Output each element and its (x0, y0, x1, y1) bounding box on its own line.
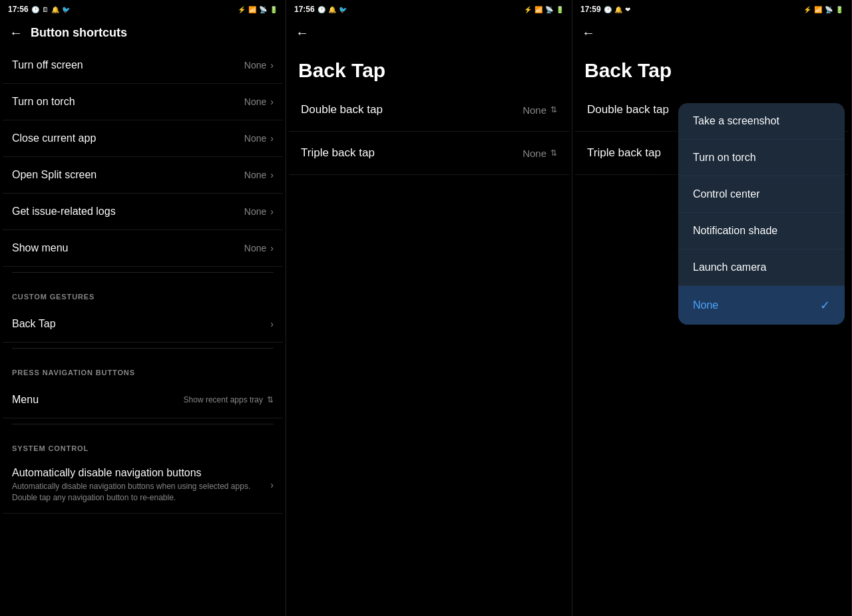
bell-icon-2: 🔔 (328, 6, 336, 13)
setting-label-menu: Menu (12, 394, 39, 406)
setting-label-close-current-app: Close current app (12, 132, 96, 144)
clock-icon-1: 🕐 (31, 6, 39, 13)
setting-get-issue-logs[interactable]: Get issue-related logs None › (3, 194, 283, 230)
setting-label-get-issue-logs: Get issue-related logs (12, 206, 116, 218)
chevron-turn-on-torch: › (270, 96, 274, 107)
settings-list-2: Double back tap None ⇅ Triple back tap N… (286, 88, 572, 616)
section-system-control: SYSTEM CONTROL (3, 430, 283, 458)
value-close-current-app: None (244, 133, 266, 144)
status-bar-1: 17:56 🕐 🗓 🔔 🐦 ⚡ 📶 📡 🔋 (0, 0, 286, 19)
label-double-back-tap: Double back tap (301, 103, 383, 116)
setting-value-close-current-app: None › (244, 133, 274, 144)
page-title-2: Back Tap (286, 47, 572, 88)
dropdown-label-none: None (693, 299, 718, 311)
setting-menu[interactable]: Menu Show recent apps tray ⇅ (3, 382, 283, 418)
setting-label-open-split-screen: Open Split screen (12, 169, 97, 181)
setting-label-turn-on-torch: Turn on torch (12, 96, 75, 108)
status-right-1: ⚡ 📶 📡 🔋 (238, 6, 278, 13)
dropdown-take-screenshot[interactable]: Take a screenshot (678, 103, 845, 140)
label-triple-back-tap-3: Triple back tap (587, 146, 661, 160)
section-custom-gestures: CUSTOM GESTURES (3, 278, 283, 306)
dropdown-launch-camera[interactable]: Launch camera (678, 249, 845, 286)
dropdown-notification-shade[interactable]: Notification shade (678, 213, 845, 249)
status-left-1: 17:56 🕐 🗓 🔔 🐦 (8, 5, 70, 14)
page-title-1: Button shortcuts (31, 26, 127, 40)
setting-auto-disable[interactable]: Automatically disable navigation buttons… (3, 458, 283, 514)
dropdown-label-torch: Turn on torch (693, 152, 756, 164)
setting-back-tap[interactable]: Back Tap › (3, 306, 283, 343)
check-icon-none: ✓ (820, 298, 830, 313)
dropdown-menu: Take a screenshot Turn on torch Control … (678, 103, 845, 325)
value-double-back-tap: None ⇅ (523, 104, 557, 116)
value-triple-back-tap: None ⇅ (523, 148, 557, 159)
wifi-icon-1: 📡 (259, 6, 267, 13)
value-text-triple: None (523, 148, 546, 159)
time-1: 17:56 (8, 5, 29, 14)
setting-value-turn-on-torch: None › (244, 96, 274, 107)
setting-close-current-app[interactable]: Close current app None › (3, 120, 283, 157)
dropdown-turn-on-torch[interactable]: Turn on torch (678, 140, 845, 176)
time-3: 17:59 (580, 5, 601, 14)
back-button-3[interactable]: ← (582, 25, 595, 41)
divider-1 (12, 272, 274, 273)
section-nav-buttons: PRESS NAVIGATION BUTTONS (3, 354, 283, 382)
status-left-3: 17:59 🕐 🔔 ❤ (580, 5, 630, 14)
dropdown-control-center[interactable]: Control center (678, 176, 845, 213)
battery-icon-3: 🔋 (835, 6, 843, 13)
panel-back-tap-middle: 17:56 🕐 🔔 🐦 ⚡ 📶 📡 🔋 ← Back Tap Double ba… (286, 0, 572, 616)
signal-icon-1: 📶 (248, 6, 256, 13)
chevron-get-issue-logs: › (270, 206, 274, 217)
setting-value-back-tap: › (270, 319, 274, 329)
divider-2 (12, 348, 274, 349)
bird-icon-1: 🐦 (62, 6, 70, 13)
setting-auto-disable-left: Automatically disable navigation buttons… (12, 467, 264, 504)
value-turn-off-screen: None (244, 60, 266, 71)
back-button-2[interactable]: ← (296, 25, 309, 41)
signal-icon-2: 📶 (534, 6, 542, 13)
setting-double-back-tap[interactable]: Double back tap None ⇅ (289, 88, 569, 132)
dropdown-none[interactable]: None ✓ (678, 286, 845, 325)
setting-turn-on-torch[interactable]: Turn on torch None › (3, 84, 283, 120)
setting-turn-off-screen[interactable]: Turn off screen None › (3, 47, 283, 84)
setting-label-back-tap: Back Tap (12, 318, 56, 330)
clock-icon-3: 🕐 (604, 6, 612, 13)
time-2: 17:56 (294, 5, 315, 14)
bell-icon-1: 🔔 (51, 6, 59, 13)
value-open-split-screen: None (244, 170, 266, 180)
status-right-2: ⚡ 📶 📡 🔋 (524, 6, 564, 13)
setting-label-turn-off-screen: Turn off screen (12, 59, 83, 71)
sort-double: ⇅ (550, 105, 557, 114)
dropdown-label-notification: Notification shade (693, 225, 777, 237)
bluetooth-icon-3: ⚡ (803, 6, 811, 13)
chevron-show-menu: › (270, 243, 274, 253)
header-2: ← (286, 19, 572, 47)
back-button-1[interactable]: ← (9, 25, 23, 41)
value-text-double: None (523, 104, 546, 116)
setting-label-show-menu: Show menu (12, 242, 69, 254)
status-right-3: ⚡ 📶 📡 🔋 (803, 6, 843, 13)
setting-show-menu[interactable]: Show menu None › (3, 230, 283, 267)
chevron-turn-off-screen: › (270, 60, 274, 71)
setting-value-get-issue-logs: None › (244, 206, 274, 217)
label-double-back-tap-3: Double back tap (587, 103, 669, 116)
wifi-icon-3: 📡 (825, 6, 833, 13)
bluetooth-icon-2: ⚡ (524, 6, 532, 13)
panel-back-tap-right: 17:59 🕐 🔔 ❤ ⚡ 📶 📡 🔋 ← Back Tap Double ba… (572, 0, 852, 616)
wifi-icon-2: 📡 (545, 6, 553, 13)
status-bar-2: 17:56 🕐 🔔 🐦 ⚡ 📶 📡 🔋 (286, 0, 572, 19)
chevron-close-current-app: › (270, 133, 274, 144)
setting-desc-auto-disable: Automatically disable navigation buttons… (12, 481, 264, 504)
chevron-open-split-screen: › (270, 170, 274, 180)
value-show-menu: None (244, 243, 266, 253)
setting-open-split-screen[interactable]: Open Split screen None › (3, 157, 283, 194)
setting-value-open-split-screen: None › (244, 170, 274, 180)
signal-icon-3: 📶 (814, 6, 822, 13)
bluetooth-icon-1: ⚡ (238, 6, 246, 13)
heart-icon-3: ❤ (625, 6, 630, 13)
setting-triple-back-tap[interactable]: Triple back tap None ⇅ (289, 132, 569, 175)
chevron-back-tap: › (270, 319, 274, 329)
sort-triple: ⇅ (550, 148, 557, 158)
divider-3 (12, 424, 274, 424)
dropdown-label-screenshot: Take a screenshot (693, 115, 779, 127)
calendar-icon-1: 🗓 (42, 6, 49, 13)
